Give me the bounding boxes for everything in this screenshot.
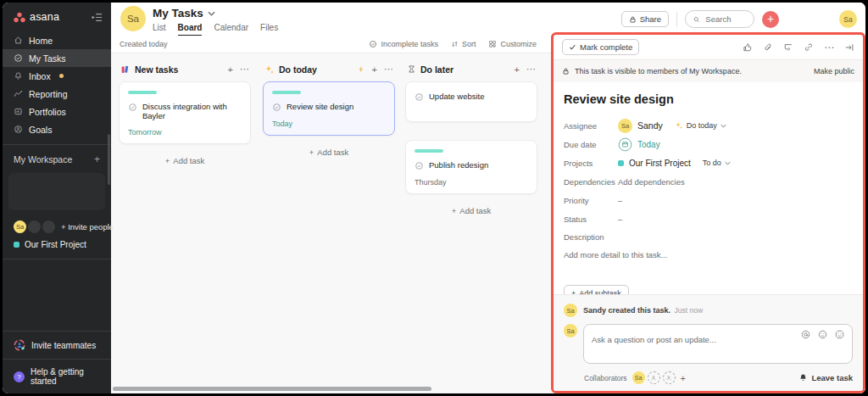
task-card-discuss-integration[interactable]: Discuss integration with Bayler Tomorrow: [119, 81, 251, 144]
field-label: Dependencies: [564, 177, 618, 187]
sidebar-bottom: Invite teammates ? Help & getting starte…: [3, 331, 111, 393]
task-card-update-website[interactable]: Update website: [405, 81, 537, 122]
asana-logo[interactable]: asana: [14, 11, 59, 23]
comment-input[interactable]: Ask a question or post an update...: [583, 324, 853, 364]
search-input[interactable]: [704, 14, 746, 25]
sidebar-item-portfolios[interactable]: Portfolios: [3, 103, 111, 120]
add-dependencies-button[interactable]: Add dependencies: [618, 177, 685, 187]
description-input[interactable]: Add more detail to this task...: [564, 250, 853, 259]
member-avatar[interactable]: Sa: [14, 220, 26, 233]
make-public-button[interactable]: Make public: [814, 67, 854, 75]
column-header[interactable]: New tasks + ⋯: [119, 60, 251, 81]
column-header[interactable]: Do today + ⋯: [263, 60, 395, 81]
mention-icon[interactable]: [801, 330, 810, 339]
task-card-review-site-design[interactable]: Review site design Today: [263, 81, 395, 136]
new-tasks-icon: [120, 64, 131, 75]
sidebar-item-goals[interactable]: Goals: [3, 120, 111, 138]
task-check-icon[interactable]: [272, 103, 281, 112]
mark-complete-button[interactable]: Mark complete: [562, 39, 639, 55]
customize-grid-icon: [488, 40, 497, 48]
sidebar-scrollbar-thumb[interactable]: [108, 134, 110, 185]
status-value[interactable]: –: [618, 215, 622, 224]
link-icon[interactable]: [804, 42, 814, 53]
project-section-chip[interactable]: To do: [703, 159, 731, 167]
share-button[interactable]: Share: [621, 11, 669, 27]
sticker-icon[interactable]: [835, 330, 844, 339]
invite-people-button[interactable]: + Invite people: [61, 222, 114, 231]
add-collaborator-slot[interactable]: [663, 371, 676, 384]
panel-actions: ⋯: [743, 42, 854, 53]
sidebar-item-reporting[interactable]: Reporting: [3, 85, 111, 103]
incomplete-tasks-filter[interactable]: Incomplete tasks: [369, 40, 438, 48]
goals-icon: [14, 125, 23, 134]
sort-button[interactable]: Sort: [451, 40, 476, 48]
customize-button[interactable]: Customize: [488, 40, 537, 48]
search-box[interactable]: [685, 10, 754, 28]
tab-list[interactable]: List: [153, 23, 166, 36]
project-value[interactable]: Our First Project: [618, 159, 691, 168]
attachment-icon[interactable]: [763, 42, 773, 53]
add-workspace-item-icon[interactable]: +: [94, 153, 100, 165]
customize-label: Customize: [500, 40, 537, 48]
priority-value[interactable]: –: [618, 196, 622, 205]
task-list-chip[interactable]: Do today: [675, 121, 726, 130]
task-title[interactable]: Review site design: [564, 92, 853, 106]
task-card-publish-redesign[interactable]: Publish redesign Thursday: [405, 140, 537, 194]
add-subtask-button[interactable]: + Add subtask: [564, 285, 629, 294]
column-header[interactable]: Do later + ⋯: [405, 60, 537, 81]
workspace-section-header[interactable]: My Workspace +: [3, 151, 111, 168]
collapse-sidebar-icon[interactable]: [91, 13, 103, 22]
workspace-card-placeholder[interactable]: [8, 173, 105, 210]
collaborator-avatar[interactable]: Sa: [632, 371, 645, 384]
activity-avatar: Sa: [564, 304, 577, 317]
column-more-icon[interactable]: ⋯: [240, 64, 249, 75]
assignee-value[interactable]: Sa Sandy: [618, 119, 663, 133]
my-tasks-avatar[interactable]: Sa: [120, 6, 146, 31]
comment-toolbar: [801, 330, 844, 339]
tab-files[interactable]: Files: [260, 23, 278, 36]
collapse-panel-icon[interactable]: [844, 42, 854, 53]
emoji-icon[interactable]: [818, 330, 827, 339]
invite-teammates-button[interactable]: Invite teammates: [3, 332, 111, 359]
project-name: Our First Project: [629, 159, 691, 168]
sidebar-item-home[interactable]: Home: [3, 31, 111, 49]
workspace-members-row[interactable]: Sa + Invite people: [3, 217, 111, 237]
sidebar-project-our-first-project[interactable]: Our First Project: [3, 237, 111, 253]
due-date-value[interactable]: Today: [618, 137, 660, 152]
sidebar-item-inbox[interactable]: Inbox: [3, 67, 111, 85]
column-title: Do later: [420, 64, 453, 75]
task-check-icon[interactable]: [415, 92, 424, 102]
user-avatar[interactable]: Sa: [839, 10, 857, 28]
task-check-icon[interactable]: [128, 103, 137, 112]
add-task-button[interactable]: + Add task: [405, 201, 537, 220]
calendar-icon: [618, 137, 632, 152]
sort-icon: [451, 40, 459, 48]
create-button[interactable]: +: [762, 11, 779, 28]
like-icon[interactable]: [743, 42, 753, 53]
add-task-icon[interactable]: +: [372, 64, 377, 75]
help-getting-started-button[interactable]: ? Help & getting started: [3, 360, 111, 393]
add-collaborator-slot[interactable]: [648, 371, 660, 384]
sidebar-item-my-tasks[interactable]: My Tasks: [3, 49, 111, 67]
horizontal-scrollbar-thumb[interactable]: [113, 387, 431, 391]
add-task-button[interactable]: + Add task: [119, 151, 251, 170]
leave-task-button[interactable]: Leave task: [798, 373, 853, 382]
subtasks-icon[interactable]: [783, 42, 793, 53]
add-task-button[interactable]: + Add task: [263, 142, 395, 162]
add-task-icon[interactable]: +: [515, 64, 520, 75]
column-more-icon[interactable]: ⋯: [526, 64, 536, 75]
automation-bolt-icon[interactable]: [357, 64, 365, 74]
tab-board[interactable]: Board: [178, 23, 203, 36]
field-label: Assignee: [564, 121, 618, 131]
workspace-title: My Workspace: [14, 154, 72, 165]
page-title[interactable]: My Tasks: [153, 7, 215, 20]
add-collaborator-icon[interactable]: +: [681, 373, 686, 383]
task-detail-panel: Mark complete ⋯ This task is visible to …: [551, 32, 865, 393]
member-avatar-empty: [28, 220, 41, 233]
add-task-icon[interactable]: +: [228, 64, 233, 75]
tab-calendar[interactable]: Calendar: [214, 23, 248, 36]
column-more-icon[interactable]: ⋯: [384, 64, 393, 75]
more-options-icon[interactable]: ⋯: [824, 42, 834, 53]
task-check-icon[interactable]: [415, 161, 424, 170]
member-avatar-empty: [42, 220, 55, 233]
